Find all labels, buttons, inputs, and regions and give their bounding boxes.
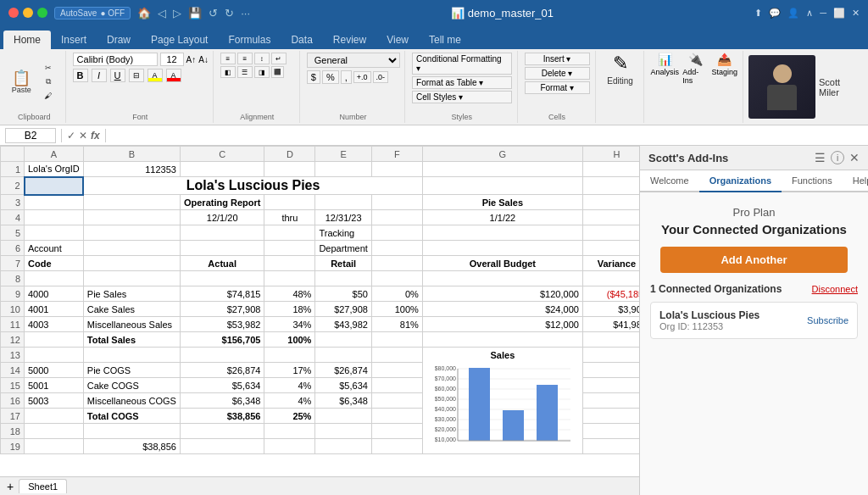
cell-e17[interactable] (315, 409, 371, 424)
cell-e15[interactable]: $5,634 (315, 378, 371, 393)
insert-function-icon[interactable]: fx (91, 130, 100, 142)
window-close-icon[interactable]: ✕ (852, 8, 860, 19)
cell-g3[interactable]: Pie Sales (422, 195, 582, 210)
cell-e6[interactable]: Department (315, 241, 371, 256)
cell-e7[interactable]: Retail (315, 256, 371, 271)
cell-b1[interactable]: 112353 (83, 162, 180, 177)
share-icon[interactable]: ⬆ (754, 8, 762, 19)
cell-h3[interactable] (582, 195, 639, 210)
user-icon[interactable]: 👤 (787, 8, 799, 19)
cell-g8[interactable] (422, 271, 582, 286)
cell-c14[interactable]: $26,874 (180, 363, 264, 378)
home-icon[interactable]: 🏠 (137, 7, 151, 19)
cell-a10[interactable]: 4001 (25, 302, 84, 317)
cell-d1[interactable] (264, 162, 315, 177)
cell-h13[interactable] (582, 348, 639, 363)
cell-f11[interactable]: 81% (371, 317, 422, 332)
cell-f1[interactable] (371, 162, 422, 177)
cell-g5[interactable] (422, 225, 582, 241)
minimize-button[interactable] (23, 8, 33, 18)
col-header-d[interactable]: D (264, 147, 315, 162)
align-right-button[interactable]: ◨ (254, 66, 270, 78)
formula-input[interactable] (111, 129, 863, 142)
cell-h12[interactable] (582, 332, 639, 348)
conditional-formatting-button[interactable]: Conditional Formatting ▾ (412, 53, 512, 75)
tab-page-layout[interactable]: Page Layout (141, 31, 218, 49)
nav-organizations[interactable]: Organizations (699, 170, 782, 192)
cell-c17[interactable]: $38,856 (180, 409, 264, 424)
cell-a11[interactable]: 4003 (25, 317, 84, 332)
cell-b12[interactable]: Total Sales (83, 332, 180, 348)
copy-button[interactable]: ⧉ (36, 75, 60, 88)
cell-g7[interactable]: Overall Budget (422, 256, 582, 271)
cell-g4[interactable]: 1/1/22 (422, 210, 582, 225)
cell-e10[interactable]: $27,908 (315, 302, 371, 317)
decrease-font-button[interactable]: A↓ (198, 55, 209, 64)
cell-b17[interactable]: Total COGS (83, 409, 180, 424)
cell-c11[interactable]: $53,982 (180, 317, 264, 332)
cell-b9[interactable]: Pie Sales (83, 286, 180, 302)
align-top-right-button[interactable]: ↕ (254, 53, 270, 64)
cell-b7[interactable] (83, 256, 180, 271)
nav-help[interactable]: Help (843, 170, 868, 192)
cell-f18[interactable] (371, 424, 422, 439)
cell-a3[interactable] (25, 195, 84, 210)
cell-h17[interactable] (582, 409, 639, 424)
cell-b3[interactable] (83, 195, 180, 210)
cell-c1[interactable] (180, 162, 264, 177)
cell-g1[interactable] (422, 162, 582, 177)
col-header-f[interactable]: F (371, 147, 422, 162)
cell-e8[interactable] (315, 271, 371, 286)
cell-b11[interactable]: Miscellaneous Sales (83, 317, 180, 332)
cell-h16[interactable] (582, 393, 639, 409)
cell-f13[interactable] (371, 348, 422, 363)
border-button[interactable]: ⊟ (129, 69, 144, 82)
cell-a1[interactable]: Lola's OrgID (25, 162, 84, 177)
cell-f19[interactable] (371, 439, 422, 454)
cell-c16[interactable]: $6,348 (180, 393, 264, 409)
cell-f10[interactable]: 100% (371, 302, 422, 317)
quick-save-icon[interactable]: 💾 (188, 7, 202, 19)
cell-e13[interactable] (315, 348, 371, 363)
cell-b10[interactable]: Cake Sales (83, 302, 180, 317)
cell-e4[interactable]: 12/31/23 (315, 210, 371, 225)
cell-c5[interactable] (180, 225, 264, 241)
cell-h19[interactable] (582, 439, 639, 454)
cell-f4[interactable] (371, 210, 422, 225)
cell-f6[interactable] (371, 241, 422, 256)
panel-settings-icon[interactable]: ☰ (815, 151, 826, 164)
cell-g6[interactable] (422, 241, 582, 256)
cell-f17[interactable] (371, 409, 422, 424)
cell-d12[interactable]: 100% (264, 332, 315, 348)
cell-e12[interactable] (315, 332, 371, 348)
cell-b19[interactable]: $38,856 (83, 439, 180, 454)
panel-close-icon[interactable]: ✕ (849, 151, 860, 164)
cell-c6[interactable] (180, 241, 264, 256)
cell-c15[interactable]: $5,634 (180, 378, 264, 393)
cell-a14[interactable]: 5000 (25, 363, 84, 378)
cell-c9[interactable]: $74,815 (180, 286, 264, 302)
cell-d5[interactable] (264, 225, 315, 241)
cell-c12[interactable]: $156,705 (180, 332, 264, 348)
cell-h9[interactable]: ($45,185) (582, 286, 639, 302)
cell-b14[interactable]: Pie COGS (83, 363, 180, 378)
nav-welcome[interactable]: Welcome (640, 170, 699, 192)
cell-a6[interactable]: Account (25, 241, 84, 256)
cell-b2[interactable]: Lola's Luscious Pies (83, 177, 422, 195)
align-left-button[interactable]: ◧ (220, 66, 236, 78)
disconnect-link[interactable]: Disconnect (812, 284, 858, 294)
cell-c10[interactable]: $27,908 (180, 302, 264, 317)
align-center-button[interactable]: ☰ (237, 66, 253, 78)
cell-f5[interactable] (371, 225, 422, 241)
window-minimize-icon[interactable]: ─ (820, 8, 826, 18)
more-options-icon[interactable]: ··· (241, 7, 250, 19)
fill-color-button[interactable]: A (147, 69, 163, 82)
cell-c19[interactable] (180, 439, 264, 454)
window-restore-icon[interactable]: ⬜ (833, 8, 845, 19)
cell-c3[interactable]: Operating Report (180, 195, 264, 210)
italic-button[interactable]: I (92, 69, 107, 82)
cell-a16[interactable]: 5003 (25, 393, 84, 409)
col-header-e[interactable]: E (315, 147, 371, 162)
cell-h1[interactable] (582, 162, 639, 177)
cell-h11[interactable]: $41,982 (582, 317, 639, 332)
